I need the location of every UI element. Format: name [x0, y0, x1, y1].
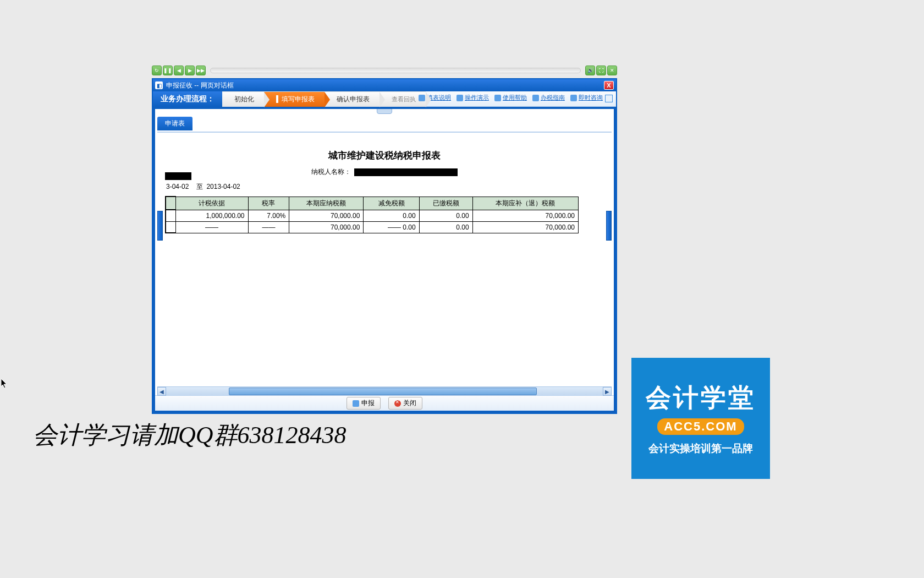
th-payable: 本期应纳税额	[289, 197, 364, 210]
collapse-icon[interactable]	[605, 95, 613, 102]
close-icon	[394, 400, 401, 407]
tax-table: 计税依据 税率 本期应纳税额 减免税额 已缴税额 本期应补（退）税额	[165, 196, 579, 233]
progress-track[interactable]	[210, 68, 581, 73]
drag-notch-icon[interactable]	[377, 108, 392, 114]
payer-label: 纳税人名称：	[311, 167, 351, 177]
help-usage[interactable]: 使用帮助	[494, 94, 527, 102]
help-tax-guide[interactable]: 办税指南	[532, 94, 565, 102]
scroll-thumb[interactable]	[229, 388, 537, 395]
content-area: 申请表 城市维护建设税纳税申报表 纳税人名称： 3-04-02 至	[153, 107, 616, 413]
next-button[interactable]: ▶	[185, 66, 195, 75]
redacted-block-left	[165, 172, 191, 180]
question-icon	[494, 95, 501, 101]
th-rate: 税率	[248, 197, 289, 210]
close-player-button[interactable]: ✕	[607, 66, 617, 75]
help-demo[interactable]: 操作演示	[457, 94, 489, 102]
th-paid: 已缴税额	[419, 197, 472, 210]
play-icon	[457, 95, 463, 101]
table-row: —— —— 70,000.00 —— 0.00 0.00 70,000.00	[166, 221, 579, 233]
dialog-titlebar: ◧ 申报征收 -- 网页对话框 X	[153, 79, 616, 91]
brand-slogan: 会计实操培训第一品牌	[648, 441, 753, 456]
chat-icon	[570, 95, 577, 101]
help-chat[interactable]: 即时咨询	[570, 94, 603, 102]
table-row: 1,000,000.00 7.00% 70,000.00 0.00 0.00 7…	[166, 210, 579, 221]
overlay-caption: 会计学习请加QQ群638128438	[33, 419, 346, 451]
maximize-button[interactable]: ⛶	[596, 66, 606, 75]
help-toolbar: 业务办理流程： 初始化 填写申报表 确认申报表 查看回执 填表说明 操作演示 使…	[153, 91, 616, 107]
flow-step-init[interactable]: 初始化	[222, 91, 264, 107]
fastforward-button[interactable]: ▶▶	[196, 66, 206, 75]
form-title: 城市维护建设税纳税申报表	[165, 149, 604, 162]
close-button[interactable]: 关闭	[388, 397, 422, 410]
prev-button[interactable]: ◀	[174, 66, 184, 75]
submit-icon	[353, 400, 359, 407]
tax-dialog: ◧ 申报征收 -- 网页对话框 X 业务办理流程： 初始化 填写申报表 确认申报…	[152, 78, 617, 414]
flow-label: 业务办理流程：	[153, 91, 222, 107]
brand-name: 会计学堂	[646, 381, 756, 415]
period-row: 3-04-02 至 2013-04-02	[165, 182, 604, 192]
active-marker-icon	[276, 95, 278, 103]
flow-bar: 业务办理流程： 初始化 填写申报表 确认申报表 查看回执	[153, 91, 426, 107]
doc-icon	[419, 95, 425, 101]
redacted-payer-name	[354, 168, 458, 176]
form-body: 城市维护建设税纳税申报表 纳税人名称： 3-04-02 至 2013-04-02	[157, 133, 612, 233]
dialog-close-button[interactable]: X	[604, 81, 614, 90]
th-refund: 本期应补（退）税额	[472, 197, 578, 210]
horizontal-scrollbar[interactable]: ◀ ▶	[157, 386, 612, 395]
form-scroll-region: 城市维护建设税纳税申报表 纳税人名称： 3-04-02 至 2013-04-02	[157, 133, 612, 386]
help-fill-instructions[interactable]: 填表说明	[419, 94, 451, 102]
volume-button[interactable]: 🔊	[585, 66, 595, 75]
window-icon: ◧	[155, 81, 163, 89]
th-reduction: 减免税额	[364, 197, 419, 210]
restart-button[interactable]: ↻	[152, 66, 162, 75]
dialog-title: 申报征收 -- 网页对话框	[166, 81, 234, 90]
cursor-icon	[1, 379, 8, 389]
brand-domain: ACC5.COM	[657, 418, 744, 435]
brand-watermark: 会计学堂 ACC5.COM 会计实操培训第一品牌	[631, 358, 770, 479]
player-controls: ↻ ❚❚ ◀ ▶ ▶▶ 🔊 ⛶ ✕	[152, 65, 617, 76]
video-player-frame: ↻ ❚❚ ◀ ▶ ▶▶ 🔊 ⛶ ✕ ◧ 申报征收 -- 网页对话框 X 业务办理…	[152, 65, 617, 414]
scroll-left-arrow-icon[interactable]: ◀	[157, 387, 166, 396]
th-blank	[166, 197, 175, 210]
flow-step-fill[interactable]: 填写申报表	[264, 91, 324, 107]
footer-actions: 申报 关闭	[155, 395, 614, 411]
th-basis: 计税依据	[175, 197, 248, 210]
book-icon	[532, 95, 539, 101]
tab-application[interactable]: 申请表	[157, 117, 193, 130]
submit-button[interactable]: 申报	[346, 397, 381, 410]
pause-button[interactable]: ❚❚	[163, 66, 173, 75]
scroll-right-arrow-icon[interactable]: ▶	[603, 387, 612, 396]
help-links: 填表说明 操作演示 使用帮助 办税指南 即时咨询	[419, 94, 603, 102]
flow-step-confirm[interactable]: 确认申报表	[324, 91, 380, 107]
